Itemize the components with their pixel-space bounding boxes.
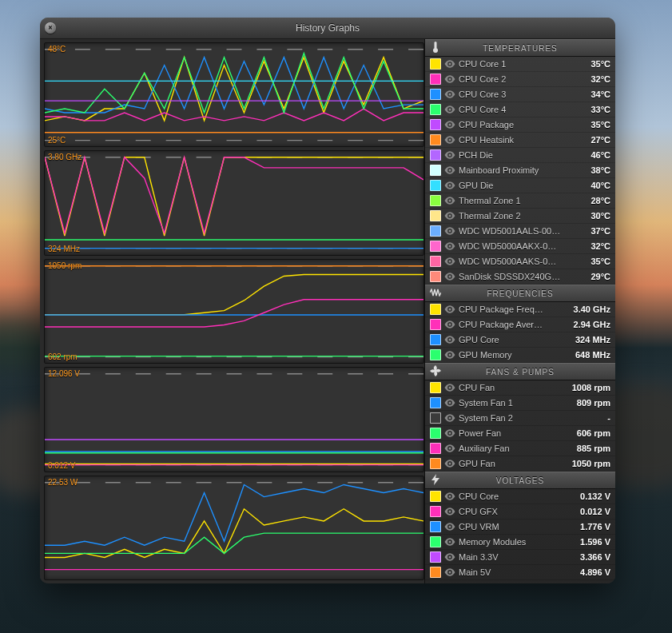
sensor-row[interactable]: CPU Package Freq…3.40 GHz xyxy=(425,302,615,317)
sensor-row[interactable]: PCH Die46°C xyxy=(425,148,615,163)
color-swatch[interactable] xyxy=(430,256,441,267)
color-swatch[interactable] xyxy=(430,491,441,502)
color-swatch[interactable] xyxy=(430,180,441,191)
sensor-row[interactable]: Memory Modules1.596 V xyxy=(425,535,615,550)
color-swatch[interactable] xyxy=(430,319,441,330)
sensor-row[interactable]: Mainboard Proximity38°C xyxy=(425,163,615,178)
visibility-toggle[interactable] xyxy=(444,241,455,252)
visibility-toggle[interactable] xyxy=(444,521,455,532)
color-swatch[interactable] xyxy=(430,58,441,70)
visibility-toggle[interactable] xyxy=(444,506,455,517)
sensor-row[interactable]: CPU Core 232°C xyxy=(425,72,615,87)
sensor-row[interactable]: Auxiliary Fan885 rpm xyxy=(425,441,615,456)
color-swatch[interactable] xyxy=(430,412,441,424)
sensor-row[interactable]: CPU Core0.132 V xyxy=(425,489,615,504)
color-swatch[interactable] xyxy=(430,225,441,237)
visibility-toggle[interactable] xyxy=(444,458,455,469)
sensor-row[interactable]: CPU Package Aver…2.94 GHz xyxy=(425,317,615,332)
color-swatch[interactable] xyxy=(430,382,441,393)
sensor-row[interactable]: Main 5V4.896 V xyxy=(425,565,615,580)
color-swatch[interactable] xyxy=(430,428,441,439)
sensors-sidebar[interactable]: TEMPERATURESCPU Core 135°CCPU Core 232°C… xyxy=(424,39,615,583)
visibility-toggle[interactable] xyxy=(444,491,455,502)
sensor-row[interactable]: SanDisk SDSSDX240G…29°C xyxy=(425,269,615,285)
sensor-row[interactable]: CPU Core 334°C xyxy=(425,87,615,102)
visibility-toggle[interactable] xyxy=(444,319,455,330)
color-swatch[interactable] xyxy=(430,567,441,578)
visibility-toggle[interactable] xyxy=(444,119,455,130)
color-swatch[interactable] xyxy=(430,397,441,408)
sensor-row[interactable]: Thermal Zone 230°C xyxy=(425,209,615,224)
visibility-toggle[interactable] xyxy=(444,149,455,161)
visibility-toggle[interactable] xyxy=(444,349,455,360)
visibility-toggle[interactable] xyxy=(444,397,455,408)
sensor-row[interactable]: CPU Package35°C xyxy=(425,117,615,133)
color-swatch[interactable] xyxy=(430,149,441,161)
color-swatch[interactable] xyxy=(430,195,441,206)
section-header-voltages[interactable]: VOLTAGES xyxy=(425,472,615,489)
section-header-temperatures[interactable]: TEMPERATURES xyxy=(425,39,615,57)
visibility-toggle[interactable] xyxy=(444,195,455,206)
sensor-row[interactable]: Main 3.3V3.366 V xyxy=(425,550,615,565)
graph-power[interactable]: 22.53 W xyxy=(44,476,424,580)
color-swatch[interactable] xyxy=(430,89,441,100)
visibility-toggle[interactable] xyxy=(444,551,455,563)
sensor-row[interactable]: System Fan 2- xyxy=(425,411,615,426)
sensor-row[interactable]: CPU Fan1008 rpm xyxy=(425,380,615,396)
visibility-toggle[interactable] xyxy=(444,134,455,145)
sensor-row[interactable]: CPU Core 433°C xyxy=(425,102,615,117)
visibility-toggle[interactable] xyxy=(444,256,455,267)
color-swatch[interactable] xyxy=(430,74,441,85)
title-bar[interactable]: × History Graphs xyxy=(40,18,615,39)
visibility-toggle[interactable] xyxy=(444,428,455,439)
sensor-row[interactable]: WDC WD5001AALS-00…37°C xyxy=(425,224,615,239)
visibility-toggle[interactable] xyxy=(444,412,455,424)
visibility-toggle[interactable] xyxy=(444,536,455,547)
sensor-row[interactable]: WDC WD5000AAKX-0…32°C xyxy=(425,239,615,254)
visibility-toggle[interactable] xyxy=(444,104,455,115)
color-swatch[interactable] xyxy=(430,458,441,469)
sensor-row[interactable]: Power Fan606 rpm xyxy=(425,426,615,441)
color-swatch[interactable] xyxy=(430,443,441,454)
graph-freq[interactable]: 3.80 GHz324 MHz xyxy=(44,150,424,255)
visibility-toggle[interactable] xyxy=(444,74,455,85)
color-swatch[interactable] xyxy=(430,134,441,145)
sensor-row[interactable]: GPU Fan1050 rpm xyxy=(425,456,615,472)
section-header-frequencies[interactable]: FREQUENCIES xyxy=(425,285,615,302)
sensor-row[interactable]: Thermal Zone 128°C xyxy=(425,193,615,209)
color-swatch[interactable] xyxy=(430,551,441,563)
visibility-toggle[interactable] xyxy=(444,165,455,176)
color-swatch[interactable] xyxy=(430,536,441,547)
sensor-row[interactable]: CPU GFX0.012 V xyxy=(425,504,615,520)
color-swatch[interactable] xyxy=(430,119,441,130)
sensor-row[interactable]: GPU Die40°C xyxy=(425,178,615,193)
color-swatch[interactable] xyxy=(430,104,441,115)
sensor-row[interactable]: CPU Core 135°C xyxy=(425,57,615,72)
visibility-toggle[interactable] xyxy=(444,210,455,221)
visibility-toggle[interactable] xyxy=(444,382,455,393)
graph-volt[interactable]: 12.096 V0.012 V xyxy=(44,367,424,472)
graph-temps[interactable]: 48°C25°C xyxy=(44,42,424,147)
color-swatch[interactable] xyxy=(430,506,441,517)
sensor-row[interactable]: WDC WD5000AAKS-0…35°C xyxy=(425,254,615,269)
visibility-toggle[interactable] xyxy=(444,58,455,70)
color-swatch[interactable] xyxy=(430,271,441,282)
color-swatch[interactable] xyxy=(430,304,441,315)
color-swatch[interactable] xyxy=(430,349,441,360)
color-swatch[interactable] xyxy=(430,334,441,345)
visibility-toggle[interactable] xyxy=(444,180,455,191)
section-header-fans-pumps[interactable]: FANS & PUMPS xyxy=(425,363,615,380)
sensor-row[interactable]: GPU Core324 MHz xyxy=(425,332,615,348)
color-swatch[interactable] xyxy=(430,241,441,252)
visibility-toggle[interactable] xyxy=(444,89,455,100)
graph-fans[interactable]: 1050 rpm602 rpm xyxy=(44,259,424,364)
color-swatch[interactable] xyxy=(430,165,441,176)
color-swatch[interactable] xyxy=(430,521,441,532)
close-button[interactable]: × xyxy=(45,22,56,34)
visibility-toggle[interactable] xyxy=(444,271,455,282)
sensor-row[interactable]: CPU Heatsink27°C xyxy=(425,133,615,148)
visibility-toggle[interactable] xyxy=(444,304,455,315)
visibility-toggle[interactable] xyxy=(444,567,455,578)
sensor-row[interactable]: CPU VRM1.776 V xyxy=(425,520,615,535)
visibility-toggle[interactable] xyxy=(444,225,455,237)
